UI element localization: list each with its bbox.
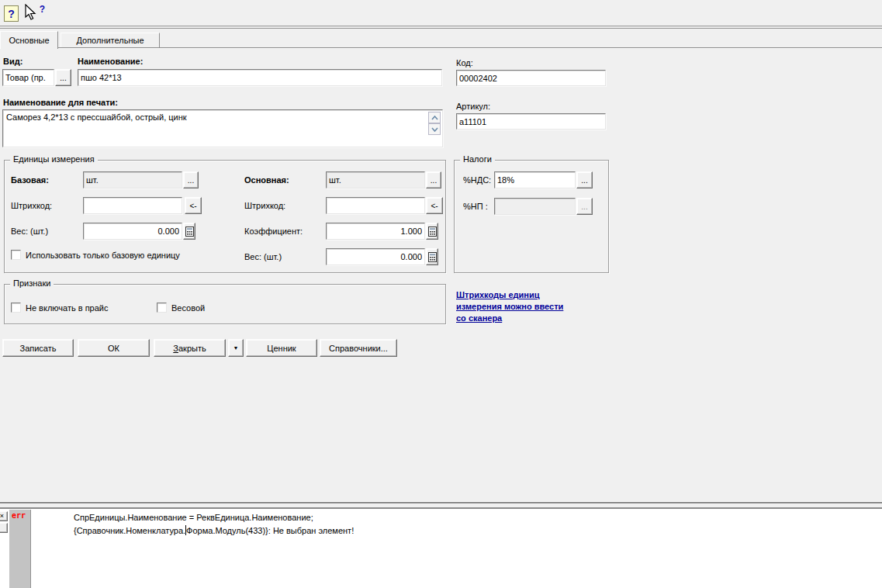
message-pin-button[interactable]	[0, 523, 8, 533]
hint-line: Штрихкоды единиц	[456, 289, 631, 301]
base-barcode-input[interactable]	[83, 197, 182, 214]
help-icon[interactable]: ?	[4, 5, 19, 22]
kind-label: Вид:	[3, 57, 22, 66]
message-line-2-before: {Справочник.Номенклатура.	[74, 526, 185, 535]
sales-tax-label: %НП :	[463, 202, 488, 211]
by-weight-label: Весовой	[171, 303, 205, 313]
kind-more-button[interactable]: ...	[55, 69, 71, 86]
message-window: × err СпрЕдиницы.Наименование = РеквЕдин…	[0, 510, 882, 588]
references-button[interactable]: Справочники...	[320, 339, 397, 357]
coefficient-input[interactable]	[326, 223, 425, 240]
vat-input[interactable]	[494, 171, 576, 189]
close-button[interactable]: Закрыть	[154, 339, 226, 357]
close-dropdown-button[interactable]: ▼	[228, 339, 244, 357]
code-input[interactable]	[456, 70, 606, 86]
cursor-arrow-icon	[24, 4, 36, 21]
close-accelerator: З	[173, 344, 178, 353]
base-unit-input[interactable]	[83, 171, 182, 189]
scroll-down-button[interactable]	[428, 123, 441, 135]
message-line-1: СпрЕдиницы.Наименование = РеквЕдиница.На…	[74, 513, 313, 522]
main-barcode-label: Штрихкод:	[244, 201, 285, 210]
close-label-rest: акрыть	[178, 344, 206, 353]
message-gutter: err	[9, 510, 31, 588]
message-close-button[interactable]: ×	[0, 511, 8, 521]
item-card-window: ? ? Основные Дополнительные Вид: Наимено…	[0, 0, 882, 588]
chevron-up-icon	[431, 116, 438, 120]
coefficient-calc-button[interactable]	[426, 223, 438, 240]
code-label: Код:	[456, 58, 473, 67]
ok-button[interactable]: ОК	[78, 339, 150, 357]
context-help-question: ?	[40, 4, 45, 15]
main-unit-more-button[interactable]: ...	[426, 171, 441, 189]
units-group-title: Единицы измерения	[10, 154, 98, 164]
main-unit-label: Основная:	[244, 175, 289, 185]
main-weight-input[interactable]	[326, 248, 425, 265]
calculator-icon	[428, 252, 437, 262]
flags-group-title: Признаки	[10, 278, 54, 288]
base-weight-label: Вес: (шт.)	[11, 227, 48, 236]
main-weight-label: Вес: (шт.)	[244, 252, 282, 261]
not-in-price-checkbox[interactable]	[11, 303, 21, 313]
message-line-2: {Справочник.Номенклатура.Форма.Модуль(43…	[74, 525, 354, 535]
price-tag-button[interactable]: Ценник	[246, 339, 317, 357]
main-barcode-input[interactable]	[326, 197, 425, 214]
vat-more-button[interactable]: ...	[576, 171, 593, 189]
by-weight-checkbox[interactable]	[157, 303, 167, 313]
calculator-icon	[428, 227, 437, 237]
main-unit-input[interactable]	[326, 171, 425, 189]
print-name-text: Саморез 4,2*13 с прессшайбой, острый, ци…	[6, 112, 425, 122]
calculator-icon	[185, 227, 194, 237]
tab-panel-edge	[0, 47, 882, 49]
hint-line: измерения можно ввести	[456, 301, 631, 313]
scroll-up-button[interactable]	[428, 112, 441, 123]
base-barcode-scan-button[interactable]: <-	[185, 197, 202, 214]
only-base-unit-checkbox[interactable]	[11, 250, 21, 260]
coefficient-label: Коэффициент:	[244, 227, 303, 236]
error-tag: err	[12, 511, 26, 520]
article-label: Артикул:	[456, 102, 490, 111]
name-label: Наименование:	[78, 57, 143, 66]
hint-line: со сканера	[456, 313, 631, 324]
only-base-unit-label: Использовать только базовую единицу	[26, 251, 180, 260]
chevron-down-icon	[431, 127, 438, 132]
base-weight-calc-button[interactable]	[183, 223, 195, 240]
save-button[interactable]: Записать	[2, 339, 74, 357]
base-unit-more-button[interactable]: ...	[183, 171, 199, 189]
print-name-textarea[interactable]: Саморез 4,2*13 с прессшайбой, острый, ци…	[2, 109, 443, 147]
not-in-price-label: Не включать в прайс	[26, 303, 109, 313]
print-name-label: Наименование для печати:	[3, 98, 118, 107]
toolbar-divider	[0, 26, 882, 29]
main-barcode-scan-button[interactable]: <-	[426, 197, 443, 214]
tab-main[interactable]: Основные	[0, 31, 58, 49]
tab-additional[interactable]: Дополнительные	[61, 33, 160, 47]
name-input[interactable]	[78, 69, 442, 86]
message-line-2-after: Форма.Модуль(433)}: Не выбран элемент!	[186, 526, 354, 535]
barcode-scanner-hint-link[interactable]: Штрихкоды единиц измерения можно ввести …	[456, 289, 631, 324]
base-barcode-label: Штрихкод:	[11, 201, 52, 210]
base-unit-label: Базовая:	[11, 175, 49, 185]
main-weight-calc-button[interactable]	[426, 248, 438, 265]
vat-label: %НДС:	[463, 175, 491, 185]
article-input[interactable]	[456, 113, 606, 130]
base-weight-input[interactable]	[83, 223, 182, 240]
kind-input[interactable]	[2, 69, 54, 86]
sales-tax-more-button[interactable]: ...	[576, 198, 593, 215]
context-help-icon[interactable]: ?	[24, 4, 45, 22]
sales-tax-input[interactable]	[494, 198, 576, 215]
taxes-group-title: Налоги	[460, 154, 495, 164]
